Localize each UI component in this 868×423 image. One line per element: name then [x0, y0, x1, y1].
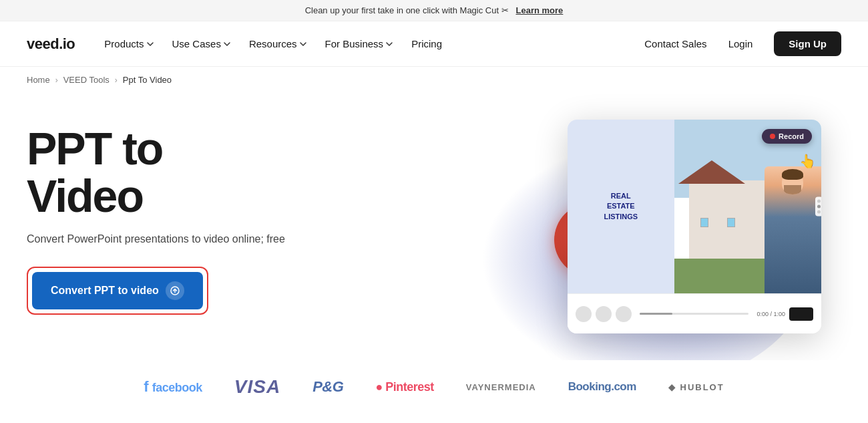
toolbar-export-btn[interactable]	[789, 307, 813, 321]
slide-dots	[815, 197, 821, 217]
chevron-down-icon	[300, 41, 306, 47]
record-button[interactable]: Record	[762, 129, 812, 144]
brand-vaynermedia: VaynerMedia	[466, 382, 536, 392]
nav-actions: Contact Sales Login Sign Up	[644, 31, 841, 56]
toolbar-btn-2	[596, 306, 612, 322]
chevron-down-icon	[386, 41, 393, 47]
nav-item-products[interactable]: Products	[96, 33, 161, 55]
slide-left: REAL ESTATE LISTINGS	[568, 120, 674, 293]
brand-hublot: ◆ HUBLOT	[668, 382, 724, 392]
hero-subtitle: Convert PowerPoint presentations to vide…	[27, 233, 285, 245]
chevron-down-icon	[224, 41, 230, 47]
brands-section: f facebook VISA P&G ● Pinterest VaynerMe…	[0, 360, 868, 419]
signup-button[interactable]: Sign Up	[774, 31, 841, 56]
slide-title: REAL ESTATE LISTINGS	[604, 191, 638, 222]
brand-booking: Booking.com	[568, 380, 636, 394]
slide-area: REAL ESTATE LISTINGS	[568, 120, 821, 293]
cta-wrapper: Convert PPT to video	[27, 267, 208, 315]
breadcrumb-home[interactable]: Home	[27, 75, 50, 85]
person-figure	[765, 166, 821, 293]
logo[interactable]: veed.io	[27, 35, 75, 53]
breadcrumb-current: Ppt To Video	[123, 75, 172, 85]
cursor-hand-icon: 👆	[799, 153, 816, 169]
nav-item-pricing[interactable]: Pricing	[403, 33, 450, 55]
hero-content: PPT to Video Convert PowerPoint presenta…	[27, 125, 285, 315]
toolbar-progress	[640, 313, 748, 315]
record-dot	[770, 134, 775, 139]
breadcrumb-separator-2: ›	[115, 76, 118, 85]
upload-icon	[166, 281, 184, 300]
brand-visa: VISA	[234, 376, 280, 398]
nav-item-resources[interactable]: Resources	[241, 33, 314, 55]
nav-links: Products Use Cases Resources For Busines…	[96, 33, 644, 55]
brand-pinterest: ● Pinterest	[375, 380, 433, 394]
announcement-text: Clean up your first take in one click wi…	[305, 5, 509, 15]
brand-facebook: f facebook	[144, 378, 202, 396]
brand-pg: P&G	[312, 378, 343, 396]
nav-item-forbusiness[interactable]: For Business	[317, 33, 401, 55]
hero-title: PPT to Video	[27, 125, 285, 221]
presentation-mockup: REAL ESTATE LISTINGS	[568, 120, 821, 333]
contact-sales-button[interactable]: Contact Sales	[644, 38, 706, 49]
breadcrumb: Home › VEED Tools › Ppt To Video	[0, 67, 868, 93]
breadcrumb-separator: ›	[55, 76, 58, 85]
navbar: veed.io Products Use Cases Resources For…	[0, 21, 868, 67]
announcement-link[interactable]: Learn more	[516, 5, 564, 15]
slide-right	[674, 120, 821, 293]
mockup-toolbar: 0:00 / 1:00	[568, 293, 821, 333]
hero-illustration: REAL ESTATE LISTINGS	[514, 100, 835, 360]
hero-section: PPT to Video Convert PowerPoint presenta…	[0, 93, 868, 360]
toolbar-btn-3	[616, 306, 632, 322]
toolbar-time: 0:00 / 1:00	[756, 311, 785, 317]
toolbar-btn-1	[576, 306, 592, 322]
breadcrumb-tools[interactable]: VEED Tools	[63, 75, 110, 85]
convert-cta-button[interactable]: Convert PPT to video	[32, 272, 203, 309]
login-button[interactable]: Login	[718, 33, 764, 55]
chevron-down-icon	[147, 41, 154, 47]
nav-item-usecases[interactable]: Use Cases	[164, 33, 238, 55]
announcement-bar: Clean up your first take in one click wi…	[0, 0, 868, 21]
